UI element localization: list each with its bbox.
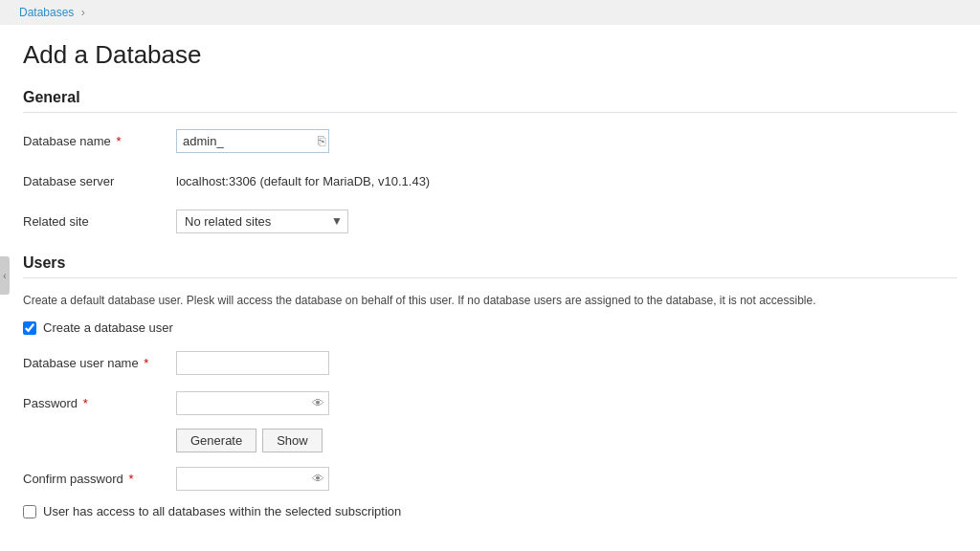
related-site-select-wrapper: No related sites ▼ [176, 209, 348, 233]
general-section: General Database name * ⎘ Database serve… [23, 89, 957, 235]
all-db-access-row: User has access to all databases within … [23, 504, 957, 518]
db-user-name-input-wrapper [176, 351, 329, 375]
show-button[interactable]: Show [262, 429, 323, 452]
users-description: Create a default database user. Plesk wi… [23, 292, 957, 309]
confirm-password-row: Confirm password * 👁 [23, 464, 957, 493]
password-label: Password * [23, 396, 176, 410]
create-user-label[interactable]: Create a database user [43, 320, 173, 335]
breadcrumb-separator: › [81, 6, 85, 19]
password-row: Password * 👁 [23, 388, 957, 417]
required-indicator-user: * [141, 356, 149, 370]
required-indicator-confirm: * [125, 472, 134, 486]
breadcrumb-databases-link[interactable]: Databases [19, 6, 74, 19]
main-content: Add a Database General Database name * ⎘… [0, 25, 980, 551]
required-indicator-pass: * [79, 396, 88, 410]
db-name-input-wrapper: ⎘ [176, 129, 329, 153]
related-site-row: Related site No related sites ▼ [23, 207, 957, 235]
create-user-checkbox-row: Create a database user [23, 320, 957, 335]
db-server-row: Database server localhost:3306 (default … [23, 166, 957, 195]
users-section: Users Create a default database user. Pl… [23, 254, 957, 518]
all-db-access-label[interactable]: User has access to all databases within … [43, 504, 401, 518]
users-section-title: Users [23, 254, 957, 278]
db-user-name-label: Database user name * [23, 356, 176, 370]
required-indicator: * [113, 134, 122, 148]
general-section-title: General [23, 89, 957, 113]
db-name-input[interactable] [176, 129, 329, 153]
password-input-wrapper: 👁 [176, 391, 329, 415]
page-wrapper: ‹ Databases › Add a Database General Dat… [0, 0, 980, 551]
password-input[interactable] [176, 391, 329, 415]
confirm-password-input[interactable] [176, 467, 329, 491]
generate-show-row: Generate Show [176, 429, 957, 452]
db-name-label: Database name * [23, 134, 176, 148]
left-collapse-tab[interactable]: ‹ [0, 256, 10, 295]
generate-button[interactable]: Generate [176, 429, 256, 452]
related-site-label: Related site [23, 214, 176, 229]
left-arrow-icon: ‹ [3, 271, 6, 281]
db-user-name-input[interactable] [176, 351, 329, 375]
db-server-value: localhost:3306 (default for MariaDB, v10… [176, 174, 430, 188]
db-server-label: Database server [23, 174, 176, 188]
page-title: Add a Database [23, 40, 957, 70]
confirm-password-input-wrapper: 👁 [176, 467, 329, 491]
create-user-checkbox[interactable] [23, 321, 36, 335]
db-user-name-row: Database user name * [23, 348, 957, 377]
related-site-select[interactable]: No related sites [176, 209, 348, 233]
breadcrumb: Databases › [0, 0, 980, 25]
all-db-access-checkbox[interactable] [23, 505, 36, 518]
confirm-password-label: Confirm password * [23, 472, 176, 486]
db-name-row: Database name * ⎘ [23, 126, 957, 155]
